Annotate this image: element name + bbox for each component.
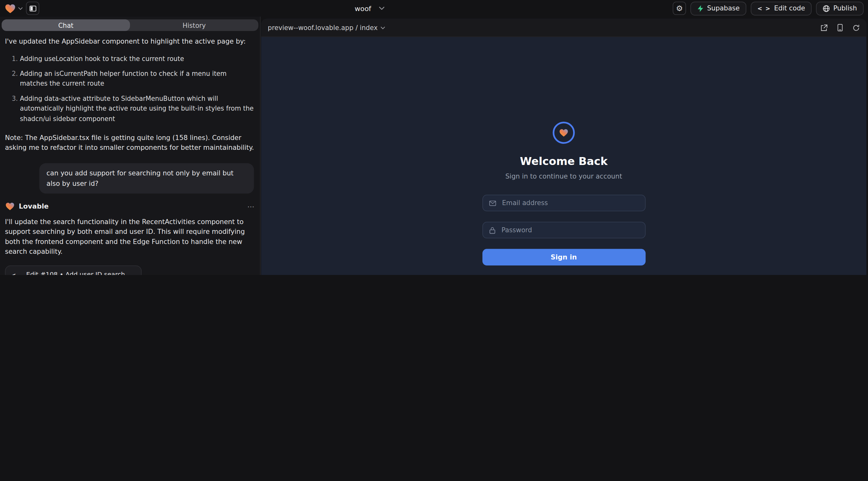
assistant-paragraph: I'll update the search functionality in … — [5, 217, 255, 257]
app-window: woof ⚙ Supabase < > Edit code — [0, 0, 868, 275]
code-icon: < > — [11, 272, 23, 275]
chevron-down-icon — [18, 7, 23, 10]
settings-button[interactable]: ⚙ — [673, 2, 686, 15]
preview-url-selector[interactable]: preview--woof.lovable.app / index — [268, 24, 385, 32]
supabase-button[interactable]: Supabase — [690, 1, 746, 15]
edit-card-title: Edit #108 • Add user ID search supp... — [26, 271, 128, 275]
open-in-new-tab-icon[interactable] — [820, 24, 828, 31]
chat-tabbar: Chat History — [2, 19, 258, 31]
topbar-actions: ⚙ Supabase < > Edit code — [673, 1, 864, 15]
topbar-left — [4, 2, 39, 15]
lovable-heart-icon — [5, 202, 15, 211]
page-title: Welcome Back — [520, 155, 608, 167]
more-menu-icon[interactable]: ⋯ — [247, 202, 255, 211]
main-split: Chat History I've updated the AppSidebar… — [0, 17, 868, 275]
publish-button[interactable]: Publish — [816, 1, 864, 15]
email-field-wrap — [482, 195, 645, 212]
edit-card[interactable]: < > Edit #108 • Add user ID search supp.… — [5, 266, 142, 275]
user-message-bubble: can you add support for searching not on… — [39, 163, 254, 194]
code-icon: < > — [757, 5, 771, 12]
globe-icon — [823, 5, 830, 12]
email-field[interactable] — [501, 198, 639, 207]
project-switcher[interactable]: woof — [355, 0, 384, 17]
assistant-note: Note: The AppSidebar.tsx file is getting… — [5, 133, 255, 153]
app-heart-icon — [559, 128, 569, 137]
envelope-icon — [489, 200, 496, 206]
edit-code-button[interactable]: < > Edit code — [751, 1, 812, 15]
list-item: Adding data-active attribute to SidebarM… — [20, 93, 255, 124]
app-logo — [553, 122, 575, 144]
lovable-logo-menu[interactable] — [4, 3, 23, 13]
assistant-header: Lovable ⋯ — [5, 202, 255, 211]
toggle-sidebar-button[interactable] — [26, 2, 39, 15]
publish-label: Publish — [833, 4, 857, 12]
list-item: Adding an isCurrentPath helper function … — [20, 68, 255, 89]
password-field-wrap — [482, 222, 645, 238]
project-name: woof — [355, 4, 371, 12]
tab-chat[interactable]: Chat — [2, 19, 130, 31]
preview-panel: preview--woof.lovable.app / index — [261, 19, 866, 275]
refresh-icon[interactable] — [852, 24, 860, 31]
preview-area: preview--woof.lovable.app / index — [260, 17, 868, 275]
lock-icon — [489, 227, 495, 234]
chevron-down-icon — [379, 7, 385, 10]
sign-in-button[interactable]: Sign in — [482, 249, 645, 266]
chat-messages: I've updated the AppSidebar component to… — [0, 31, 260, 275]
assistant-paragraph: I've updated the AppSidebar component to… — [5, 37, 255, 47]
list-item: Adding useLocation hook to track the cur… — [20, 54, 255, 64]
preview-addressbar: preview--woof.lovable.app / index — [261, 19, 866, 37]
assistant-name: Lovable — [19, 202, 49, 211]
supabase-icon — [697, 5, 704, 12]
lovable-heart-icon — [4, 3, 16, 13]
topbar: woof ⚙ Supabase < > Edit code — [0, 0, 868, 17]
page-subtitle: Sign in to continue to your account — [505, 172, 622, 181]
edit-card-wrap: < > Edit #108 • Add user ID search supp.… — [5, 266, 142, 275]
tab-history[interactable]: History — [130, 19, 258, 31]
chat-panel: Chat History I've updated the AppSidebar… — [0, 17, 260, 275]
preview-url: preview--woof.lovable.app / index — [268, 24, 378, 32]
assistant-list: Adding useLocation hook to track the cur… — [5, 54, 255, 124]
supabase-label: Supabase — [707, 4, 740, 12]
signin-page: Welcome Back Sign in to continue to your… — [261, 37, 866, 275]
sidebar-panel-icon — [29, 5, 36, 12]
mobile-view-icon[interactable] — [837, 24, 843, 32]
chevron-down-icon — [380, 26, 385, 29]
password-field[interactable] — [500, 226, 639, 234]
preview-controls — [820, 24, 860, 32]
edit-code-label: Edit code — [774, 4, 805, 12]
gear-icon: ⚙ — [676, 4, 683, 12]
signin-form: Sign in OR G Continue with Google — [482, 195, 645, 275]
